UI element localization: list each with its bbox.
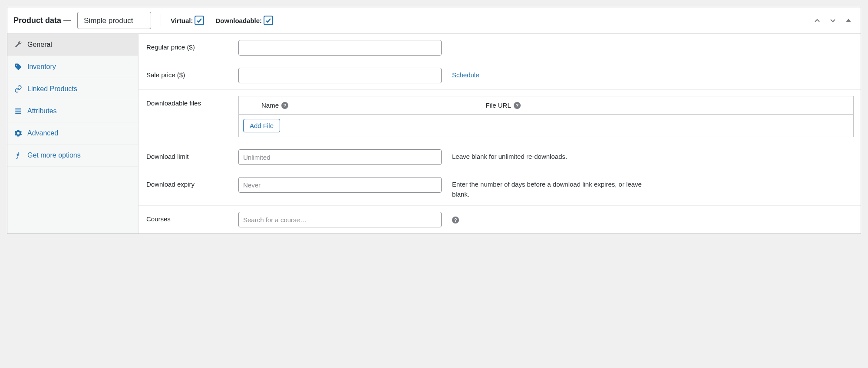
tab-linked-products[interactable]: Linked Products (7, 78, 138, 100)
move-down-icon[interactable] (827, 14, 839, 26)
sale-price-label: Sale price ($) (146, 68, 233, 79)
tag-icon (14, 63, 22, 71)
tab-label: Linked Products (27, 85, 77, 93)
downloadable-checkbox[interactable] (264, 16, 273, 25)
row-courses: Courses ? (139, 205, 861, 233)
download-limit-label: Download limit (146, 149, 233, 160)
svg-rect-2 (15, 111, 21, 112)
downloadable-files-label: Downloadable files (146, 96, 233, 107)
link-icon (14, 85, 22, 93)
plug-icon (14, 151, 22, 159)
tab-label: Inventory (27, 63, 56, 71)
add-file-button[interactable]: Add File (243, 119, 280, 132)
row-sale-price: Sale price ($) Schedule (139, 62, 861, 89)
download-expiry-label: Download expiry (146, 177, 233, 188)
product-data-tabs: General Inventory Linked Products Attrib… (7, 34, 139, 233)
row-download-expiry: Download expiry Enter the number of days… (139, 171, 861, 205)
courses-label: Courses (146, 212, 233, 223)
file-col-url: File URL ? (485, 102, 848, 109)
download-limit-input[interactable] (238, 149, 442, 165)
regular-price-input[interactable] (238, 40, 442, 56)
row-download-limit: Download limit Leave blank for unlimited… (139, 143, 861, 171)
toggle-panel-icon[interactable] (842, 14, 855, 26)
tab-general[interactable]: General (7, 34, 138, 56)
divider (161, 14, 161, 26)
regular-price-label: Regular price ($) (146, 40, 233, 51)
sale-price-input[interactable] (238, 68, 442, 83)
tab-get-more-options[interactable]: Get more options (7, 145, 138, 167)
general-panel: Regular price ($) Sale price ($) Schedul… (139, 34, 861, 233)
download-expiry-help: Enter the number of days before a downlo… (452, 177, 652, 199)
tab-label: Get more options (27, 151, 81, 159)
tab-advanced[interactable]: Advanced (7, 122, 138, 145)
metabox-body: General Inventory Linked Products Attrib… (7, 34, 861, 233)
file-table-header: Name ? File URL ? (239, 96, 853, 115)
svg-rect-3 (15, 113, 21, 114)
tab-label: Advanced (27, 129, 58, 137)
gear-icon (14, 129, 22, 137)
header-controls (811, 14, 855, 26)
courses-search-input[interactable] (238, 212, 442, 227)
help-tip-icon[interactable]: ? (514, 102, 521, 109)
tab-inventory[interactable]: Inventory (7, 56, 138, 78)
wrench-icon (14, 41, 22, 49)
file-col-name: Name ? (244, 102, 485, 109)
help-tip-icon[interactable]: ? (281, 102, 288, 109)
virtual-label: Virtual: (171, 16, 204, 25)
move-up-icon[interactable] (811, 14, 823, 26)
metabox-title: Product data — (13, 16, 71, 25)
downloadable-files-table: Name ? File URL ? Add File (238, 96, 854, 137)
downloadable-label: Downloadable: (215, 16, 273, 25)
row-regular-price: Regular price ($) (139, 34, 861, 62)
svg-rect-1 (15, 108, 21, 109)
product-data-metabox: Product data — Simple product Virtual: D… (7, 7, 861, 234)
tab-label: General (27, 41, 52, 49)
schedule-link[interactable]: Schedule (452, 71, 479, 79)
tab-attributes[interactable]: Attributes (7, 100, 138, 122)
file-table-footer: Add File (239, 115, 853, 137)
row-downloadable-files: Downloadable files Name ? File URL ? A (139, 89, 861, 143)
product-type-select-wrap: Simple product (71, 12, 151, 29)
tab-label: Attributes (27, 107, 57, 115)
download-expiry-input[interactable] (238, 177, 442, 193)
metabox-header: Product data — Simple product Virtual: D… (7, 7, 861, 34)
download-limit-help: Leave blank for unlimited re-downloads. (452, 149, 567, 162)
help-tip-icon[interactable]: ? (452, 217, 459, 223)
svg-marker-0 (846, 19, 851, 22)
list-icon (14, 107, 22, 115)
product-type-select[interactable]: Simple product (77, 12, 151, 29)
virtual-checkbox[interactable] (195, 16, 204, 25)
type-flags: Virtual: Downloadable: (171, 16, 273, 25)
